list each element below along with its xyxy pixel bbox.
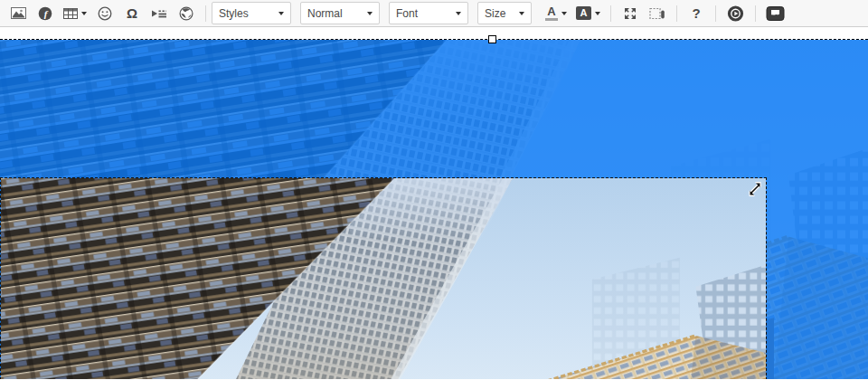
insert-table-button[interactable] — [61, 3, 90, 24]
show-blocks-icon — [649, 6, 665, 21]
picture-icon — [766, 5, 785, 22]
paragraph-format-dropdown[interactable]: Normal — [300, 2, 380, 24]
selection-resize-handle[interactable] — [488, 35, 496, 43]
font-name-dropdown[interactable]: Font — [389, 2, 468, 24]
table-icon — [63, 7, 78, 20]
selection-outline-top — [0, 39, 868, 40]
styles-dropdown[interactable]: Styles — [212, 2, 291, 24]
text-color-button[interactable]: A — [542, 3, 570, 24]
about-button[interactable]: ? — [684, 3, 708, 24]
insert-iframe-button[interactable] — [175, 3, 198, 24]
chevron-down-icon — [278, 12, 284, 15]
omega-icon: Ω — [127, 6, 137, 20]
flash-icon: f — [38, 6, 52, 21]
chevron-down-icon — [456, 12, 461, 15]
toolbar-separator — [610, 5, 611, 22]
font-size-dropdown[interactable]: Size — [477, 2, 532, 24]
styles-dropdown-label: Styles — [219, 7, 249, 20]
image-icon — [11, 6, 26, 20]
show-blocks-button[interactable] — [646, 3, 669, 24]
toolbar-separator — [755, 5, 756, 22]
chevron-down-icon — [367, 12, 373, 15]
question-mark-icon: ? — [692, 6, 700, 20]
text-color-icon: A — [545, 5, 558, 21]
editor-canvas[interactable] — [0, 27, 868, 379]
font-name-label: Font — [396, 7, 418, 20]
editor-toolbar: f Ω — [0, 0, 868, 27]
insert-picture-button[interactable] — [763, 3, 788, 24]
toolbar-separator — [205, 5, 206, 22]
table-menu-caret — [81, 12, 87, 15]
resize-cursor-icon — [747, 181, 763, 197]
toolbar-separator — [676, 5, 677, 22]
insert-flash-button[interactable]: f — [33, 3, 57, 24]
insert-smiley-button[interactable] — [93, 3, 117, 24]
chevron-down-icon — [595, 12, 600, 15]
globe-icon — [179, 6, 193, 21]
chevron-down-icon — [519, 12, 524, 15]
image-resize-preview[interactable] — [0, 177, 767, 379]
smiley-icon — [98, 6, 112, 21]
media-play-icon — [726, 5, 745, 23]
font-size-label: Size — [485, 7, 505, 20]
insert-media-button[interactable] — [723, 3, 748, 24]
background-color-button[interactable]: A — [573, 3, 603, 24]
background-color-icon: A — [576, 6, 591, 20]
chevron-down-icon — [561, 12, 567, 15]
toolbar-separator — [715, 5, 716, 22]
maximize-button[interactable] — [618, 3, 642, 24]
maximize-icon — [623, 6, 637, 21]
insert-page-break-button[interactable] — [147, 3, 171, 24]
insert-image-button[interactable] — [6, 3, 30, 24]
page-break-icon — [151, 6, 167, 21]
paragraph-format-label: Normal — [307, 7, 343, 20]
insert-special-character-button[interactable]: Ω — [120, 3, 144, 24]
skyscrapers-photo-preview — [1, 178, 766, 379]
